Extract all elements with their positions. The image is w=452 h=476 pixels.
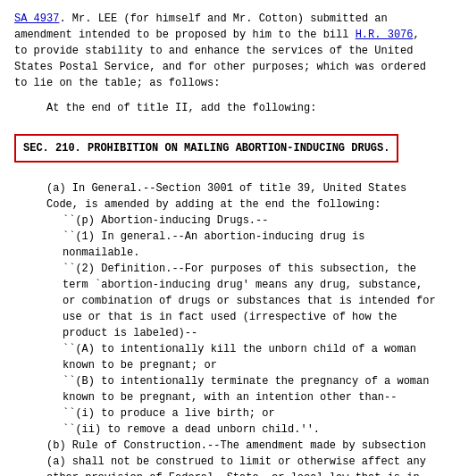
sa-link[interactable]: SA 4937 (14, 13, 59, 25)
body-para-2: ``(2) Definition.--For purposes of this … (63, 261, 438, 341)
intro-paragraph: SA 4937. Mr. LEE (for himself and Mr. Co… (14, 11, 438, 91)
document-container: SA 4937. Mr. LEE (for himself and Mr. Co… (14, 11, 438, 476)
body-para-a: (a) In General.--Section 3001 of title 3… (46, 180, 438, 213)
intro-text-1: . Mr. LEE (for himself and Mr. Cotton) s… (14, 13, 388, 41)
body-para-i: ``(i) to produce a live birth; or (63, 405, 438, 422)
section-box: SEC. 210. PROHIBITION ON MAILING ABORTIO… (14, 134, 398, 163)
hr-link[interactable]: H.R. 3076 (356, 29, 414, 41)
body-para-b: (b) Rule of Construction.--The amendment… (46, 438, 438, 476)
body-para-B: ``(B) to intentionally terminate the pre… (63, 373, 438, 405)
section-box-wrapper: SEC. 210. PROHIBITION ON MAILING ABORTIO… (14, 125, 438, 171)
body-para-ii: ``(ii) to remove a dead unborn child.''. (63, 422, 438, 438)
at-end-line: At the end of title II, add the followin… (46, 100, 438, 116)
body-para-p: ``(p) Abortion-inducing Drugs.-- (63, 213, 438, 229)
body-para-1: ``(1) In general.--An abortion-inducing … (63, 229, 438, 261)
body-para-A: ``(A) to intentionally kill the unborn c… (63, 341, 438, 373)
